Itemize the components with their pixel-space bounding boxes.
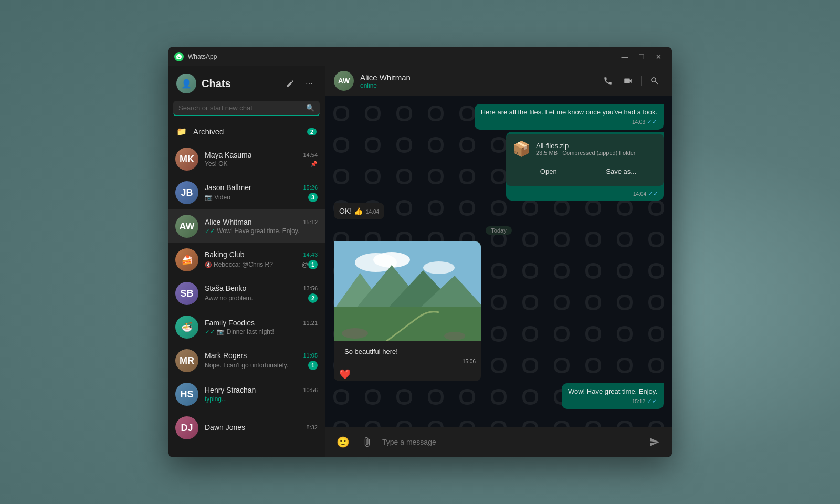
chat-badge-baking: 1 [308, 260, 318, 269]
chat-time-maya: 14:54 [303, 152, 318, 158]
chat-name-henry: Henry Strachan [205, 386, 256, 394]
chat-item-mark[interactable]: MR Mark Rogers 11:05 Nope. I can't go un… [168, 344, 325, 377]
message-reaction: ❤️ [339, 369, 476, 380]
chat-info-family: Family Foodies 11:21 ✓✓ 📷 Dinner last ni… [205, 319, 318, 335]
chat-item-henry[interactable]: HS Henry Strachan 10:56 typing... [168, 377, 325, 411]
chat-item-maya[interactable]: MK Maya Kasuma 14:54 Yes! OK 📌 [168, 142, 325, 176]
app-logo [174, 52, 184, 61]
archived-row[interactable]: 📁 Archived 2 [168, 121, 325, 142]
chat-avatar-maya: MK [175, 148, 198, 171]
svg-point-10 [444, 332, 465, 340]
file-meta: 23.5 MB · Compressed (zipped) Folder [536, 150, 657, 156]
chat-area: AW Alice Whitman online [326, 66, 672, 457]
date-divider-today: Today [334, 227, 664, 234]
close-button[interactable]: ✕ [651, 50, 666, 63]
message-text-2: Wow! Have great time. Enjoy. [568, 387, 657, 395]
chat-badge-mark: 1 [308, 361, 318, 370]
ok-time: 14:04 [366, 209, 379, 215]
chat-contact-status: online [360, 82, 593, 89]
chat-preview-family: ✓✓ 📷 Dinner last night! [205, 328, 318, 335]
image-caption-area: So beautiful here! 15:06 ❤️ [334, 341, 481, 381]
user-avatar[interactable]: 👤 [176, 74, 196, 93]
sidebar-actions: ⋯ [283, 76, 317, 91]
chat-avatar-stasa: SB [175, 282, 198, 305]
emoji-button[interactable]: 🙂 [334, 433, 352, 451]
search-input[interactable] [178, 104, 302, 112]
search-icon-button[interactable]: 🔍 [306, 104, 314, 112]
chat-badge-jason: 3 [308, 193, 318, 202]
sidebar: 👤 Chats ⋯ 🔍 [168, 66, 326, 457]
messages-container: Here are all the files. Let me know once… [326, 96, 672, 427]
chat-info-dawn: Dawn Jones 8:32 [205, 423, 318, 433]
chat-header: AW Alice Whitman online [326, 66, 672, 96]
file-info: 📦 All-files.zip 23.5 MB · Compressed (zi… [512, 140, 657, 158]
voice-call-button[interactable] [599, 72, 617, 90]
maximize-button[interactable]: ☐ [634, 50, 649, 63]
video-call-button[interactable] [619, 72, 637, 90]
chat-header-info: Alice Whitman online [360, 73, 593, 89]
mute-icon-baking: 🔇 [205, 261, 212, 268]
chat-preview-henry: typing... [205, 395, 318, 403]
chat-header-actions [599, 72, 664, 90]
chat-preview-jason: 📷 Video [205, 194, 308, 201]
send-button[interactable] [646, 433, 664, 451]
header-divider [641, 76, 642, 86]
chat-info-jason: Jason Ballmer 15:26 📷 Video 3 [205, 183, 318, 202]
chat-info-mark: Mark Rogers 11:05 Nope. I can't go unfor… [205, 351, 318, 370]
chat-info-baking: Baking Club 14:43 🔇 Rebecca: @Chris R? @… [205, 250, 318, 269]
chat-name-stasa: Staša Benko [205, 284, 246, 292]
save-file-button[interactable]: Save as... [585, 163, 658, 180]
message-received-image: So beautiful here! 15:06 ❤️ [334, 242, 481, 381]
chat-avatar-dawn: DJ [175, 416, 198, 439]
search-messages-button[interactable] [646, 72, 664, 90]
message-time-2: 15:12 ✓✓ [568, 397, 657, 405]
chat-name-maya: Maya Kasuma [205, 151, 251, 159]
chat-avatar-henry: HS [175, 383, 198, 406]
app-window: WhatsApp — ☐ ✕ 👤 Chats [168, 47, 672, 457]
archived-count: 2 [307, 128, 317, 135]
chat-item-alice[interactable]: AW Alice Whitman 15:12 ✓✓ Wow! Have grea… [168, 209, 325, 243]
chat-contact-name: Alice Whitman [360, 73, 593, 82]
read-check-1: ✓✓ [647, 118, 657, 125]
chat-name-baking: Baking Club [205, 250, 245, 259]
chat-avatar-family: 🍜 [175, 316, 198, 339]
chat-badge-stasa: 2 [308, 293, 318, 303]
title-bar: WhatsApp — ☐ ✕ [168, 47, 672, 66]
file-details: All-files.zip 23.5 MB · Compressed (zipp… [536, 142, 657, 156]
more-options-button[interactable]: ⋯ [302, 76, 317, 91]
sidebar-header: 👤 Chats ⋯ [168, 66, 325, 99]
chat-avatar-baking: 🍰 [175, 248, 198, 271]
read-check-2: ✓✓ [647, 397, 657, 405]
search-box: 🔍 [173, 101, 320, 116]
chat-item-family[interactable]: 🍜 Family Foodies 11:21 ✓✓ 📷 Dinner last … [168, 310, 325, 344]
open-file-button[interactable]: Open [512, 163, 585, 180]
message-sent-2: Wow! Have great time. Enjoy. 15:12 ✓✓ [562, 383, 664, 409]
message-input[interactable] [382, 438, 639, 446]
chat-item-jason[interactable]: JB Jason Ballmer 15:26 📷 Video 3 [168, 176, 325, 209]
chat-avatar-alice: AW [175, 215, 198, 238]
chat-preview-maya: Yes! OK [205, 160, 310, 167]
message-time-1: 14:03 ✓✓ [481, 118, 657, 125]
chat-item-dawn[interactable]: DJ Dawn Jones 8:32 [168, 411, 325, 445]
chat-time-baking: 14:43 [303, 251, 318, 258]
chat-header-avatar[interactable]: AW [334, 71, 354, 91]
file-actions: Open Save as... [512, 163, 657, 180]
message-input-area: 🙂 [326, 427, 672, 457]
chat-item-stasa[interactable]: SB Staša Benko 13:56 Aww no problem. 2 [168, 277, 325, 310]
chat-info-alice: Alice Whitman 15:12 ✓✓ Wow! Have great t… [205, 218, 318, 235]
new-chat-button[interactable] [283, 76, 298, 91]
message-sent-1: Here are all the files. Let me know once… [475, 104, 664, 130]
svg-point-9 [342, 328, 368, 339]
chat-list: MK Maya Kasuma 14:54 Yes! OK 📌 [168, 142, 325, 457]
minimize-button[interactable]: — [617, 50, 632, 63]
image-caption: So beautiful here! [339, 344, 476, 356]
chat-time-stasa: 13:56 [303, 285, 318, 291]
chat-time-family: 11:21 [303, 320, 318, 326]
chat-name-mark: Mark Rogers [205, 351, 247, 360]
file-type-icon: 📦 [512, 140, 531, 158]
file-message-time: 14:04 ✓✓ [506, 186, 664, 201]
chat-item-baking[interactable]: 🍰 Baking Club 14:43 🔇 Rebecca: @Chris R?… [168, 243, 325, 277]
attach-button[interactable] [358, 433, 376, 451]
chat-time-alice: 15:12 [303, 219, 318, 225]
message-file-1: 📦 All-files.zip 23.5 MB · Compressed (zi… [506, 132, 664, 201]
